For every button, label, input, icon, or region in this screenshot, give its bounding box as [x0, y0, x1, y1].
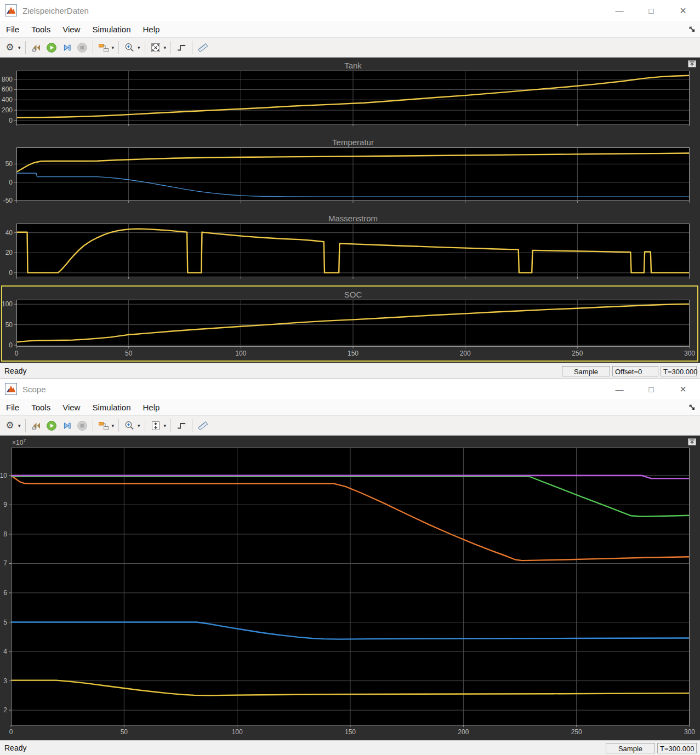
step-forward-icon: [61, 420, 72, 431]
settings-dropdown[interactable]: ▾: [18, 423, 22, 428]
menu-file[interactable]: File: [0, 399, 25, 415]
run-button[interactable]: [44, 40, 59, 55]
zoom-button[interactable]: [122, 418, 137, 433]
svg-text:0: 0: [15, 350, 19, 357]
dock-arrow-icon[interactable]: [688, 26, 696, 33]
menu-file[interactable]: File: [0, 21, 25, 37]
window-title: Scope: [22, 385, 46, 394]
soc-chart[interactable]: 050100050100150200250300: [16, 300, 690, 347]
svg-text:200: 200: [460, 350, 471, 357]
close-button[interactable]: ×: [673, 3, 693, 18]
dock-arrow-icon[interactable]: [688, 404, 696, 411]
menubar: File Tools View Simulation Help: [0, 21, 700, 38]
blocks-icon: [98, 42, 109, 53]
svg-text:9: 9: [3, 501, 7, 508]
step-forward-button[interactable]: [59, 418, 75, 433]
svg-text:200: 200: [2, 106, 13, 114]
status-ready: Ready: [4, 367, 26, 375]
minimize-button[interactable]: —: [609, 3, 630, 18]
svg-text:0: 0: [9, 341, 13, 349]
svg-text:200: 200: [458, 728, 469, 736]
toolbar-separator: [192, 41, 192, 54]
menu-simulation[interactable]: Simulation: [86, 399, 136, 415]
titlebar[interactable]: Scope — □ ×: [0, 379, 700, 399]
svg-text:250: 250: [572, 350, 583, 357]
statusbar: Ready Sample based T=300.000: [0, 740, 700, 755]
svg-text:600: 600: [2, 85, 13, 93]
fit-vertical-button[interactable]: [148, 418, 163, 433]
fit-to-view-button[interactable]: [148, 40, 163, 55]
toolbar-separator: [192, 419, 192, 432]
svg-text:150: 150: [348, 350, 358, 357]
gear-icon: ⚙: [5, 421, 14, 430]
measurements-button[interactable]: [195, 40, 210, 55]
window-scope: Scope — □ × File Tools View Simulation H…: [0, 379, 700, 755]
signal-selector-dropdown[interactable]: ▾: [111, 45, 116, 50]
scope-chart[interactable]: 2345678910050100150200250300: [11, 448, 690, 725]
zoom-in-icon: [124, 420, 135, 431]
blocks-icon: [98, 420, 109, 431]
temperatur-chart[interactable]: -50050: [16, 147, 690, 201]
tank-chart[interactable]: 0200400600800: [16, 71, 690, 124]
svg-text:20: 20: [5, 249, 13, 256]
menu-simulation[interactable]: Simulation: [86, 21, 136, 37]
svg-text:50: 50: [5, 321, 13, 329]
scope-display-area: Tank 0200400600800 Temperatur -50050 Mas…: [0, 58, 700, 363]
measurements-button[interactable]: [195, 418, 210, 433]
stop-icon: [77, 420, 88, 431]
run-button[interactable]: [44, 418, 59, 433]
svg-text:4: 4: [3, 648, 7, 655]
trigger-icon: [176, 42, 187, 53]
menubar: File Tools View Simulation Help: [0, 399, 700, 416]
settings-button[interactable]: ⚙: [2, 418, 18, 433]
menu-help[interactable]: Help: [137, 399, 166, 415]
trigger-button[interactable]: [174, 40, 189, 55]
chart-canvas-tank: 0200400600800: [16, 71, 690, 124]
rewind-button[interactable]: [29, 418, 44, 433]
svg-text:10: 10: [0, 472, 7, 479]
desktop: ZielspeicherDaten — □ × File Tools View …: [0, 0, 700, 755]
settings-button[interactable]: ⚙: [2, 40, 18, 55]
step-forward-button[interactable]: [59, 40, 75, 55]
menu-tools[interactable]: Tools: [25, 21, 56, 37]
play-icon: [46, 420, 57, 431]
toolbar: ⚙ ▾ ▾ ▾: [0, 416, 700, 436]
matlab-scope-icon: [5, 383, 17, 395]
fit-to-view-dropdown[interactable]: ▾: [163, 45, 168, 50]
trigger-button[interactable]: [174, 418, 189, 433]
maximize-button[interactable]: □: [641, 3, 662, 18]
window-controls: — □ ×: [609, 3, 700, 18]
zoom-dropdown[interactable]: ▾: [137, 423, 142, 428]
signal-selector-button[interactable]: [96, 40, 111, 55]
maximize-button[interactable]: □: [641, 382, 662, 396]
statusbar: Ready Sample based Offset=0 T=300.000: [0, 363, 700, 379]
stop-button[interactable]: [75, 418, 90, 433]
svg-text:300: 300: [684, 728, 695, 736]
menu-view[interactable]: View: [56, 399, 86, 415]
zoom-button[interactable]: [122, 40, 137, 55]
svg-text:150: 150: [345, 728, 356, 736]
zoom-dropdown[interactable]: ▾: [137, 45, 142, 50]
rewind-button[interactable]: [29, 40, 44, 55]
status-sample-based: Sample based: [606, 743, 655, 753]
menu-tools[interactable]: Tools: [25, 399, 56, 415]
minimize-button[interactable]: —: [609, 382, 630, 396]
signal-selector-dropdown[interactable]: ▾: [111, 423, 116, 428]
signal-selector-button[interactable]: [96, 418, 111, 433]
window-controls: — □ ×: [609, 382, 700, 396]
ruler-icon: [197, 420, 208, 431]
svg-text:100: 100: [232, 728, 243, 736]
toolbar-separator: [118, 419, 119, 432]
stop-icon: [77, 42, 88, 53]
menu-help[interactable]: Help: [137, 21, 166, 37]
chart-canvas-temperatur: -50050: [16, 147, 690, 201]
titlebar[interactable]: ZielspeicherDaten — □ ×: [0, 0, 700, 21]
fit-vertical-dropdown[interactable]: ▾: [163, 423, 168, 428]
massenstrom-chart[interactable]: 02040: [16, 224, 690, 277]
close-button[interactable]: ×: [673, 382, 693, 396]
show-toolbar-icon[interactable]: [688, 438, 696, 448]
stop-button[interactable]: [75, 40, 90, 55]
settings-dropdown[interactable]: ▾: [18, 45, 22, 50]
menu-view[interactable]: View: [56, 21, 86, 37]
toolbar-separator: [145, 419, 145, 432]
